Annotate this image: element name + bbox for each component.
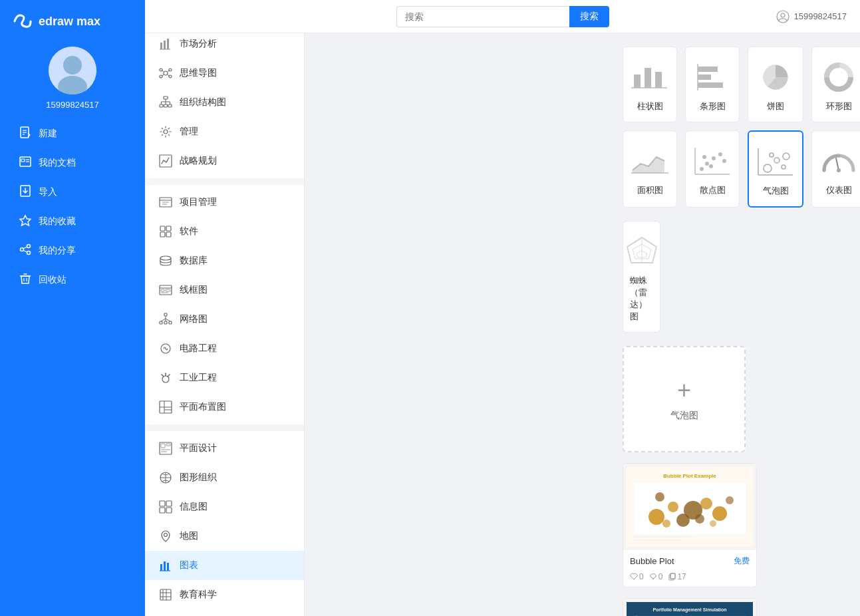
menu-circuit-label: 电路工程 (180, 343, 217, 355)
svg-point-175 (655, 492, 664, 502)
menu-infographic[interactable]: 信息图 (145, 492, 304, 522)
search-button[interactable]: 搜索 (569, 6, 609, 27)
svg-rect-32 (167, 39, 169, 49)
menu-project[interactable]: 项目管理 (145, 188, 304, 217)
chart-card-pie[interactable]: 饼图 (748, 47, 803, 122)
menu-manage[interactable]: 管理 (145, 117, 304, 146)
menu-org[interactable]: 组织结构图 (145, 88, 304, 117)
menu-chart-label: 图表 (180, 559, 198, 571)
svg-line-73 (161, 319, 166, 321)
svg-rect-96 (167, 563, 169, 571)
flat-design-icon (158, 441, 173, 456)
content-wrapper: 柱状图 条形图 饼图 环形图 线型图 (609, 33, 860, 616)
svg-point-134 (702, 155, 706, 159)
svg-rect-53 (160, 155, 172, 167)
svg-point-137 (764, 164, 772, 172)
sidebar-item-new-label: 新建 (39, 128, 57, 140)
sidebar-item-share[interactable]: 我的分享 (5, 237, 140, 265)
favorites-icon (19, 214, 32, 229)
chart-card-horizontal-bar[interactable]: 条形图 (685, 47, 740, 122)
circuit-icon (158, 341, 173, 356)
chart-card-scatter[interactable]: 散点图 (685, 130, 740, 208)
svg-point-93 (164, 534, 168, 537)
menu-wireframe[interactable]: 线框图 (145, 275, 304, 305)
menu-industrial-label: 工业工程 (180, 372, 217, 384)
menu-project-label: 项目管理 (180, 196, 217, 208)
svg-line-160 (652, 247, 656, 263)
menu-card[interactable]: 卡片 (145, 609, 304, 616)
svg-point-37 (160, 75, 162, 78)
menu-floor[interactable]: 平面布置图 (145, 392, 304, 422)
area-chart-label: 面积图 (637, 184, 663, 196)
map-icon (158, 529, 173, 543)
menu-database[interactable]: 数据库 (145, 246, 304, 275)
sidebar-item-my-docs[interactable]: 我的文档 (5, 149, 140, 177)
chart-card-bar[interactable]: 柱状图 (623, 47, 677, 122)
menu-industrial[interactable]: 工业工程 (145, 363, 304, 392)
svg-point-52 (164, 130, 168, 134)
menu-strategy[interactable]: 战略规划 (145, 146, 304, 176)
import-icon (19, 185, 32, 200)
sidebar-item-trash-label: 回收站 (39, 274, 67, 286)
svg-point-165 (648, 509, 664, 525)
software-icon (158, 224, 173, 239)
svg-point-128 (700, 167, 704, 171)
menu-divider-1 (145, 178, 304, 185)
menu-map-label: 地图 (180, 530, 198, 542)
top-header: 搜索 15999824517 (145, 0, 860, 33)
sidebar-nav: 新建 我的文档 导入 我的收藏 我的分享 (0, 119, 145, 295)
template-portfolio-mgmt[interactable]: Portfolio Management Simulation (623, 598, 757, 616)
bar-chart-label: 柱状图 (637, 100, 663, 112)
svg-rect-58 (160, 226, 165, 231)
donut-chart-icon (819, 61, 859, 94)
menu-graphic-org[interactable]: 图形组织 (145, 463, 304, 492)
menu-software[interactable]: 软件 (145, 217, 304, 246)
sidebar-item-favorites[interactable]: 我的收藏 (5, 208, 140, 235)
svg-rect-115 (645, 68, 651, 88)
svg-point-36 (169, 69, 172, 71)
industrial-icon (158, 371, 173, 385)
svg-point-171 (695, 514, 704, 524)
avatar[interactable] (49, 47, 96, 94)
search-input[interactable] (396, 6, 569, 27)
menu-market[interactable]: 市场分析 (145, 29, 304, 59)
template-blank[interactable]: + 气泡图 (623, 346, 746, 452)
menu-edu[interactable]: 教育科学 (145, 580, 304, 609)
sidebar-item-import[interactable]: 导入 (5, 178, 140, 206)
bubble-plot-likes: 0 (630, 572, 644, 581)
chart-card-donut[interactable]: 环形图 (811, 47, 860, 122)
svg-rect-31 (164, 41, 166, 49)
chart-card-area[interactable]: 面积图 (623, 130, 677, 208)
svg-point-113 (781, 13, 785, 17)
svg-rect-98 (160, 589, 171, 600)
menu-circuit[interactable]: 电路工程 (145, 334, 304, 363)
svg-point-131 (709, 164, 713, 168)
menu-map[interactable]: 地图 (145, 522, 304, 551)
app-name: edraw max (39, 15, 100, 29)
area-chart-icon (630, 144, 670, 178)
svg-line-74 (166, 319, 170, 321)
svg-rect-70 (169, 321, 172, 324)
scatter-chart-icon (692, 144, 732, 178)
svg-rect-30 (160, 43, 162, 49)
svg-point-129 (705, 162, 709, 166)
chart-card-gauge[interactable]: 仪表图 (811, 130, 860, 208)
svg-rect-116 (655, 72, 662, 88)
chart-card-bubble[interactable]: 气泡图 (748, 130, 803, 208)
middle-menu: 流程图 市场分析 思维导图 组织结构图 管理 战略规划 项目 (145, 0, 305, 616)
svg-rect-60 (160, 232, 165, 237)
bubble-plot-info: Bubble Plot 免费 (623, 550, 756, 572)
svg-rect-59 (166, 226, 171, 231)
menu-mindmap[interactable]: 思维导图 (145, 59, 304, 88)
sidebar-item-new[interactable]: 新建 (5, 120, 140, 148)
template-bubble-plot[interactable]: Bubble Plot Example (623, 463, 757, 587)
svg-rect-66 (166, 289, 170, 291)
svg-rect-45 (164, 104, 168, 107)
menu-network[interactable]: 网络图 (145, 305, 304, 334)
menu-flat-design[interactable]: 平面设计 (145, 434, 304, 463)
menu-edu-label: 教育科学 (180, 589, 217, 601)
menu-database-label: 数据库 (180, 255, 208, 267)
sidebar-item-trash[interactable]: 回收站 (5, 266, 140, 294)
chart-card-radar[interactable]: 蜘蛛（雷达）图 (623, 221, 660, 333)
menu-chart[interactable]: 图表 (145, 551, 304, 580)
